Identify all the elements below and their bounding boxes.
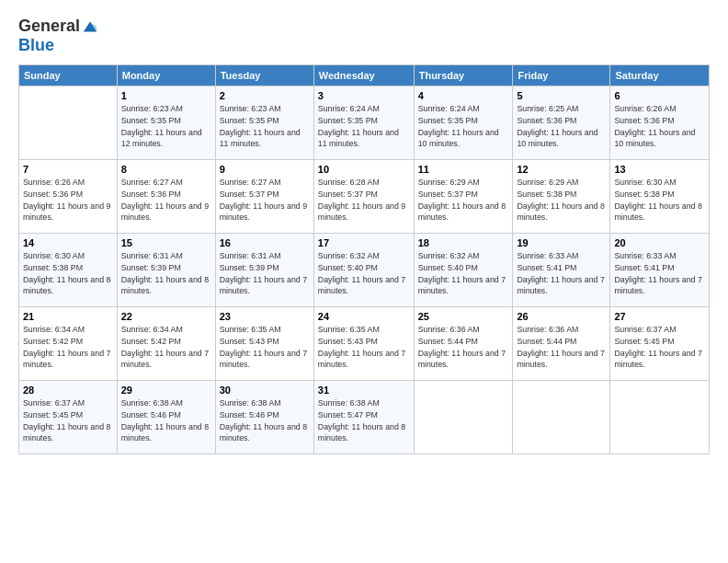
day-number: 8 [121,164,211,175]
day-info: Sunrise: 6:26 AMSunset: 5:36 PMDaylight:… [23,177,113,224]
col-header-thursday: Thursday [414,65,513,86]
day-info: Sunrise: 6:30 AMSunset: 5:38 PMDaylight:… [23,250,113,297]
calendar-cell: 8Sunrise: 6:27 AMSunset: 5:36 PMDaylight… [117,160,215,234]
day-number: 15 [121,237,211,248]
day-number: 10 [318,164,410,175]
day-info: Sunrise: 6:37 AMSunset: 5:45 PMDaylight:… [614,324,705,371]
day-info: Sunrise: 6:30 AMSunset: 5:38 PMDaylight:… [614,177,705,224]
day-number: 28 [23,385,113,396]
calendar-week-4: 21Sunrise: 6:34 AMSunset: 5:42 PMDayligh… [19,307,710,381]
day-number: 22 [121,311,211,322]
calendar-cell: 24Sunrise: 6:35 AMSunset: 5:43 PMDayligh… [313,307,414,381]
calendar-table: SundayMondayTuesdayWednesdayThursdayFrid… [18,64,710,454]
calendar-cell: 9Sunrise: 6:27 AMSunset: 5:37 PMDaylight… [215,160,313,234]
calendar-cell: 13Sunrise: 6:30 AMSunset: 5:38 PMDayligh… [610,160,710,234]
day-info: Sunrise: 6:27 AMSunset: 5:37 PMDaylight:… [220,177,310,224]
day-info: Sunrise: 6:33 AMSunset: 5:41 PMDaylight:… [517,250,606,297]
day-number: 16 [220,237,310,248]
col-header-sunday: Sunday [19,65,118,86]
calendar-cell: 21Sunrise: 6:34 AMSunset: 5:42 PMDayligh… [19,307,118,381]
day-info: Sunrise: 6:32 AMSunset: 5:40 PMDaylight:… [418,250,509,297]
day-info: Sunrise: 6:28 AMSunset: 5:37 PMDaylight:… [318,177,410,224]
col-header-saturday: Saturday [610,65,710,86]
day-number: 26 [517,311,606,322]
calendar-cell [414,381,513,454]
day-number: 29 [121,385,211,396]
day-info: Sunrise: 6:25 AMSunset: 5:36 PMDaylight:… [517,103,606,150]
day-number: 14 [23,237,113,248]
day-number: 3 [318,90,410,101]
day-number: 13 [614,164,705,175]
day-info: Sunrise: 6:38 AMSunset: 5:46 PMDaylight:… [121,397,211,444]
col-header-tuesday: Tuesday [215,65,313,86]
day-number: 11 [418,164,509,175]
day-info: Sunrise: 6:23 AMSunset: 5:35 PMDaylight:… [220,103,310,150]
day-info: Sunrise: 6:24 AMSunset: 5:35 PMDaylight:… [418,103,509,150]
day-info: Sunrise: 6:31 AMSunset: 5:39 PMDaylight:… [121,250,211,297]
day-info: Sunrise: 6:36 AMSunset: 5:44 PMDaylight:… [517,324,606,371]
day-number: 23 [220,311,310,322]
calendar-cell: 4Sunrise: 6:24 AMSunset: 5:35 PMDaylight… [414,86,513,160]
day-number: 9 [220,164,310,175]
col-header-wednesday: Wednesday [313,65,414,86]
col-header-friday: Friday [513,65,610,86]
day-info: Sunrise: 6:34 AMSunset: 5:42 PMDaylight:… [121,324,211,371]
day-info: Sunrise: 6:23 AMSunset: 5:35 PMDaylight:… [121,103,211,150]
day-number: 7 [23,164,113,175]
calendar-cell: 22Sunrise: 6:34 AMSunset: 5:42 PMDayligh… [117,307,215,381]
day-number: 27 [614,311,705,322]
calendar-cell: 19Sunrise: 6:33 AMSunset: 5:41 PMDayligh… [513,234,610,307]
calendar-cell: 10Sunrise: 6:28 AMSunset: 5:37 PMDayligh… [313,160,414,234]
day-number: 2 [220,90,310,101]
logo-blue-text: Blue [18,36,98,55]
day-info: Sunrise: 6:29 AMSunset: 5:38 PMDaylight:… [517,177,606,224]
calendar-cell: 26Sunrise: 6:36 AMSunset: 5:44 PMDayligh… [513,307,610,381]
calendar-cell: 3Sunrise: 6:24 AMSunset: 5:35 PMDaylight… [313,86,414,160]
calendar-cell: 11Sunrise: 6:29 AMSunset: 5:37 PMDayligh… [414,160,513,234]
calendar-cell: 6Sunrise: 6:26 AMSunset: 5:36 PMDaylight… [610,86,710,160]
day-info: Sunrise: 6:35 AMSunset: 5:43 PMDaylight:… [318,324,410,371]
calendar-cell [19,86,118,160]
day-number: 12 [517,164,606,175]
day-info: Sunrise: 6:36 AMSunset: 5:44 PMDaylight:… [418,324,509,371]
calendar-cell: 23Sunrise: 6:35 AMSunset: 5:43 PMDayligh… [215,307,313,381]
header: General Blue [18,17,710,55]
calendar-cell: 14Sunrise: 6:30 AMSunset: 5:38 PMDayligh… [19,234,118,307]
calendar-cell: 7Sunrise: 6:26 AMSunset: 5:36 PMDaylight… [19,160,118,234]
calendar-cell: 16Sunrise: 6:31 AMSunset: 5:39 PMDayligh… [215,234,313,307]
day-number: 18 [418,237,509,248]
day-info: Sunrise: 6:38 AMSunset: 5:46 PMDaylight:… [220,397,310,444]
day-number: 24 [318,311,410,322]
day-number: 6 [614,90,705,101]
calendar-cell: 15Sunrise: 6:31 AMSunset: 5:39 PMDayligh… [117,234,215,307]
day-info: Sunrise: 6:38 AMSunset: 5:47 PMDaylight:… [318,397,410,444]
calendar-cell: 12Sunrise: 6:29 AMSunset: 5:38 PMDayligh… [513,160,610,234]
logo-general-text: General [18,17,80,36]
calendar-cell: 2Sunrise: 6:23 AMSunset: 5:35 PMDaylight… [215,86,313,160]
day-number: 21 [23,311,113,322]
day-info: Sunrise: 6:26 AMSunset: 5:36 PMDaylight:… [614,103,705,150]
day-info: Sunrise: 6:31 AMSunset: 5:39 PMDaylight:… [220,250,310,297]
logo-icon [82,18,98,35]
calendar-cell: 18Sunrise: 6:32 AMSunset: 5:40 PMDayligh… [414,234,513,307]
day-info: Sunrise: 6:34 AMSunset: 5:42 PMDaylight:… [23,324,113,371]
calendar-cell: 5Sunrise: 6:25 AMSunset: 5:36 PMDaylight… [513,86,610,160]
page: General Blue SundayMondayTuesdayWednesda… [0,0,728,563]
logo: General Blue [18,17,98,55]
calendar-week-3: 14Sunrise: 6:30 AMSunset: 5:38 PMDayligh… [19,234,710,307]
day-number: 25 [418,311,509,322]
day-number: 5 [517,90,606,101]
calendar-week-5: 28Sunrise: 6:37 AMSunset: 5:45 PMDayligh… [19,381,710,454]
col-header-monday: Monday [117,65,215,86]
day-number: 4 [418,90,509,101]
day-info: Sunrise: 6:37 AMSunset: 5:45 PMDaylight:… [23,397,113,444]
calendar-week-2: 7Sunrise: 6:26 AMSunset: 5:36 PMDaylight… [19,160,710,234]
calendar-cell [610,381,710,454]
day-info: Sunrise: 6:24 AMSunset: 5:35 PMDaylight:… [318,103,410,150]
calendar-week-1: 1Sunrise: 6:23 AMSunset: 5:35 PMDaylight… [19,86,710,160]
day-number: 19 [517,237,606,248]
calendar-cell: 29Sunrise: 6:38 AMSunset: 5:46 PMDayligh… [117,381,215,454]
calendar-header-row: SundayMondayTuesdayWednesdayThursdayFrid… [19,65,710,86]
calendar-cell: 17Sunrise: 6:32 AMSunset: 5:40 PMDayligh… [313,234,414,307]
calendar-cell: 31Sunrise: 6:38 AMSunset: 5:47 PMDayligh… [313,381,414,454]
